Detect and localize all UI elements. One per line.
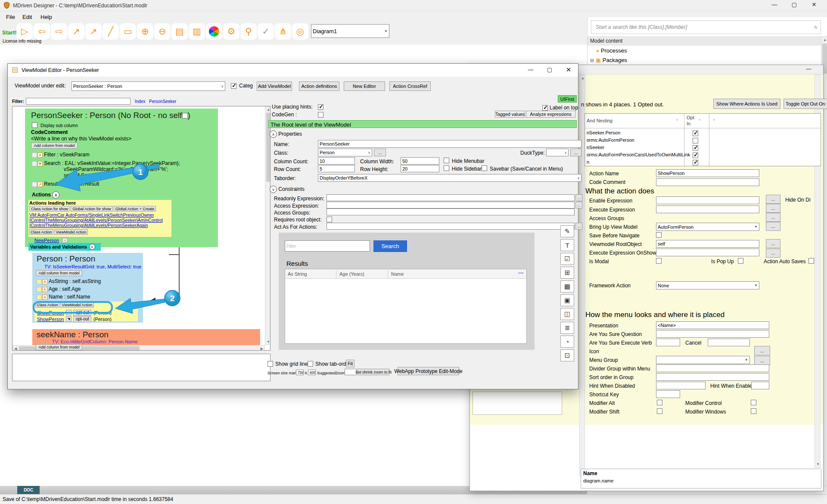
scroll-down-icon[interactable]: ▼ [267, 340, 270, 344]
menu-group-select[interactable]: ▼ [656, 356, 750, 364]
tree-filter-input[interactable] [26, 98, 131, 105]
requires-root-checkbox[interactable] [326, 217, 332, 222]
search-icon[interactable]: ⌕ [814, 23, 817, 31]
close-button[interactable]: ✕ [804, 1, 824, 8]
add-column-button[interactable]: Add column from model [31, 143, 78, 149]
grid-menu-button[interactable]: ••• [519, 271, 524, 275]
gauge-control-icon[interactable]: ◔ [560, 336, 574, 348]
association-create-icon[interactable]: ↗ [85, 23, 102, 40]
no-root-checkbox[interactable] [182, 113, 188, 118]
spiral-icon[interactable]: ◎ [292, 23, 308, 40]
showperson-action-row[interactable]: ShowPerson ◥ opt-out (Person) [37, 315, 112, 321]
nav-forward-icon[interactable]: ⇨ [51, 23, 67, 40]
presentation-field[interactable]: <Name> [656, 321, 769, 329]
doc-tab[interactable]: DOC [17, 486, 40, 494]
rootobject-more-button[interactable]: ... [766, 239, 780, 248]
start-label[interactable]: Start! [2, 29, 17, 36]
dialog-minimize-button[interactable]: — [521, 66, 540, 73]
action-link[interactable]: VM:AutoFormCar AutoForms/SingleLinkSwitc… [29, 212, 154, 218]
readonly-expression-field[interactable] [326, 194, 575, 201]
expand-constraints-icon[interactable]: ∨ [270, 186, 277, 193]
index-target-link[interactable]: PersonSeeker [149, 99, 176, 104]
ducktype-select[interactable]: ∨ [546, 149, 569, 156]
global-action-for-show-button[interactable]: Global Action for show [71, 206, 113, 212]
properties-header[interactable]: ∧ Properties [270, 131, 302, 138]
scroll-left-icon[interactable]: ◀ [14, 347, 17, 351]
opt-out-button[interactable]: opt-out [73, 316, 91, 322]
modifier-control-checkbox[interactable] [751, 400, 756, 405]
validate-icon[interactable]: ✓ [258, 23, 274, 40]
table-row[interactable]: orms:AutoFormPerson [585, 137, 821, 145]
actions-header[interactable]: Actions ∧ [32, 191, 59, 199]
personseeker-node[interactable]: PersonSeeker : Person (No Root - no self… [25, 109, 218, 247]
code-comment-text[interactable]: <Write a line on why this ViewModel exis… [31, 136, 131, 142]
action-link[interactable]: IControlTheMenuGrouping/AtAllLevels/Pers… [29, 223, 148, 228]
opt-in-checkbox[interactable] [693, 145, 698, 151]
scroll-up-icon[interactable]: ▲ [823, 38, 827, 42]
ays-question-field[interactable] [656, 330, 769, 338]
collapse-icon[interactable]: ⊟ [590, 58, 594, 63]
modifier-windows-checkbox[interactable] [751, 408, 756, 414]
show-tab-order-checkbox[interactable] [308, 361, 313, 367]
column-name[interactable]: A Name : self.Name [37, 294, 90, 300]
calendar-icon[interactable]: ▦ [560, 280, 574, 292]
col-opt-in[interactable]: OptIn [687, 115, 694, 127]
execute-onshow-field[interactable] [656, 249, 759, 256]
row-count-field[interactable]: 5 [318, 165, 355, 172]
window-icon[interactable]: ▤ [171, 23, 188, 40]
tree-notes-box[interactable] [12, 354, 270, 381]
is-popup-checkbox[interactable] [738, 258, 743, 264]
column-header-name[interactable]: Name [391, 271, 404, 277]
menu-help[interactable]: Help [40, 14, 52, 20]
savebar-checkbox[interactable] [482, 165, 487, 171]
menu-file[interactable]: File [6, 14, 15, 20]
framework-action-select[interactable]: None▼ [656, 281, 759, 289]
add-grid-icon[interactable]: ⊞ [560, 267, 574, 279]
dialog-title-bar[interactable]: ViewModel Editor - PersonSeeker — ▢ ✕ [8, 64, 578, 77]
toggle-opt-out-button[interactable]: Toggle Opt Out On Se [783, 99, 827, 109]
bring-up-viewmodel-select[interactable]: AutoFormPerson▼ [656, 223, 759, 231]
ducktype-more-button[interactable]: ... [570, 149, 581, 156]
scroll-right-icon[interactable]: ▶ [261, 347, 263, 351]
ays-verb-field[interactable] [656, 339, 680, 346]
index-link[interactable]: Index [135, 99, 145, 104]
tree-vertical-scrollbar[interactable]: ▲ ▼ [265, 106, 270, 345]
props-minimize-button[interactable]: — [806, 66, 811, 72]
readonly-more-button[interactable]: ... [575, 194, 582, 201]
column-header-age[interactable]: Age (Years) [339, 271, 364, 277]
scroll-up-icon[interactable]: ▲ [267, 108, 270, 112]
preview-filter-input[interactable]: Filter [285, 240, 370, 252]
class-more-button[interactable]: ... [374, 149, 386, 156]
name-box-value[interactable]: diagram.name [583, 478, 613, 483]
image-control-icon[interactable]: ▣ [560, 294, 574, 306]
checkbox-control-icon[interactable]: ☑ [560, 253, 574, 265]
grid-control-icon[interactable]: ≣ [560, 322, 574, 334]
enable-expression-field[interactable] [656, 196, 759, 204]
collapse-properties-icon[interactable]: ∧ [270, 131, 277, 138]
global-action-create-button[interactable]: Global Action + Create [114, 206, 156, 212]
add-column-button[interactable]: Add column from model [36, 270, 82, 276]
execute-expression-more-button[interactable]: ... [766, 204, 780, 213]
access-groups-field[interactable] [326, 208, 575, 215]
act-as-more-button[interactable]: ... [575, 223, 582, 230]
access-groups-more-button[interactable]: ... [766, 213, 780, 222]
preview-search-button[interactable]: Search [373, 240, 407, 252]
code-comment-field[interactable] [656, 178, 759, 186]
settings-gears-icon[interactable]: ⚙ [223, 23, 239, 40]
name-field[interactable]: PersonSeeker [318, 140, 581, 148]
column-age[interactable]: A Age : self.Age [37, 286, 81, 292]
newperson-options-button[interactable]: ▫ [62, 238, 68, 243]
bring-up-more-button[interactable]: ... [766, 222, 780, 231]
codegen-checkbox[interactable] [318, 112, 323, 118]
sort-order-field[interactable] [656, 373, 769, 381]
minimize-button[interactable]: — [765, 1, 784, 8]
hint-enabled-field[interactable] [751, 382, 769, 389]
newperson-link[interactable]: NewPerson [34, 238, 59, 243]
new-editor-button[interactable]: New Editor [344, 81, 385, 91]
constraints-header[interactable]: ∨ Constraints [270, 186, 305, 193]
diagram-select[interactable]: Diagram1 ▼ [311, 24, 389, 38]
dialog-maximize-button[interactable]: ▢ [540, 66, 559, 73]
collapse-actions-icon[interactable]: ∧ [52, 191, 59, 199]
marker-height-field[interactable]: 600 [308, 370, 316, 375]
enable-expression-more-button[interactable]: ... [766, 195, 780, 204]
